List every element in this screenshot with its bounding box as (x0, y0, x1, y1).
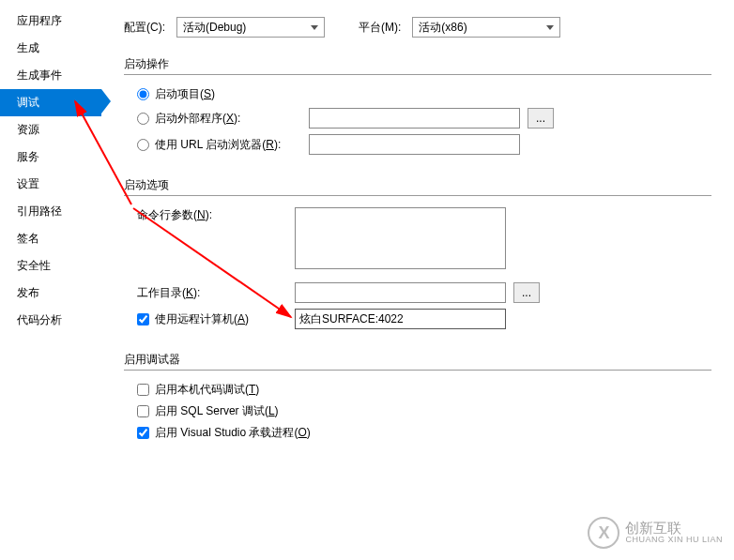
sidebar-item-settings[interactable]: 设置 (0, 171, 101, 198)
url-input[interactable] (309, 134, 520, 155)
sidebar-item-security[interactable]: 安全性 (0, 252, 101, 280)
sql-debug-checkbox-label[interactable]: 启用 SQL Server 调试(L) (137, 403, 279, 419)
debuggers-legend: 启用调试器 (124, 352, 711, 371)
config-row: 配置(C): 活动(Debug) 平台(M): 活动(x86) (124, 17, 711, 38)
sidebar-item-resources[interactable]: 资源 (0, 116, 101, 144)
workdir-input[interactable] (295, 282, 506, 303)
start-options-group: 启动选项 命令行参数(N): 工作目录(K): ... 使用远程计算机(A) (124, 177, 711, 335)
sidebar-item-reference-paths[interactable]: 引用路径 (0, 198, 101, 225)
remote-checkbox-label[interactable]: 使用远程计算机(A) (137, 311, 287, 327)
start-url-radio[interactable]: 使用 URL 启动浏览器(R): (137, 137, 301, 153)
external-browse-button[interactable]: ... (528, 108, 554, 129)
sidebar-item-publish[interactable]: 发布 (0, 280, 101, 307)
start-external-radio[interactable]: 启动外部程序(X): (137, 111, 301, 127)
config-combo[interactable]: 活动(Debug) (176, 17, 325, 38)
sql-debug-checkbox[interactable] (137, 405, 149, 417)
workdir-browse-button[interactable]: ... (513, 282, 540, 303)
sidebar-item-code-analysis[interactable]: 代码分析 (0, 307, 101, 334)
vshost-checkbox-label[interactable]: 启用 Visual Studio 承载进程(O) (137, 425, 311, 441)
debuggers-group: 启用调试器 启用本机代码调试(T) 启用 SQL Server 调试(L) 启用… (124, 352, 711, 446)
config-label: 配置(C): (124, 20, 165, 36)
external-program-input[interactable] (309, 108, 520, 129)
platform-label: 平台(M): (359, 20, 401, 36)
native-debug-checkbox[interactable] (137, 384, 149, 396)
watermark-icon: X (588, 517, 619, 549)
start-action-legend: 启动操作 (124, 56, 711, 75)
remote-checkbox[interactable] (137, 313, 149, 325)
sidebar-item-application[interactable]: 应用程序 (0, 8, 101, 35)
native-debug-checkbox-label[interactable]: 启用本机代码调试(T) (137, 382, 259, 398)
args-input[interactable] (295, 207, 506, 269)
start-external-radio-input[interactable] (137, 113, 149, 125)
sidebar-item-build-events[interactable]: 生成事件 (0, 62, 101, 89)
start-url-radio-input[interactable] (137, 139, 149, 151)
workdir-label: 工作目录(K): (137, 285, 287, 301)
watermark: X 创新互联 CHUANG XIN HU LIAN (588, 517, 723, 549)
platform-combo[interactable]: 活动(x86) (412, 17, 560, 38)
remote-machine-input[interactable] (295, 309, 506, 329)
vshost-checkbox[interactable] (137, 427, 149, 439)
main-panel: 配置(C): 活动(Debug) 平台(M): 活动(x86) 启动操作 启动项… (101, 0, 734, 560)
args-label: 命令行参数(N): (137, 207, 287, 223)
start-project-radio-input[interactable] (137, 88, 149, 100)
sidebar-item-services[interactable]: 服务 (0, 144, 101, 171)
start-project-radio[interactable]: 启动项目(S) (137, 86, 215, 102)
sidebar: 应用程序 生成 生成事件 调试 资源 服务 设置 引用路径 签名 安全性 发布 … (0, 0, 101, 560)
sidebar-item-build[interactable]: 生成 (0, 35, 101, 62)
start-action-group: 启动操作 启动项目(S) 启动外部程序(X): ... 使用 URL 启动浏览器 (124, 56, 711, 160)
start-options-legend: 启动选项 (124, 177, 711, 196)
sidebar-item-signing[interactable]: 签名 (0, 225, 101, 252)
sidebar-item-debug[interactable]: 调试 (0, 89, 101, 116)
